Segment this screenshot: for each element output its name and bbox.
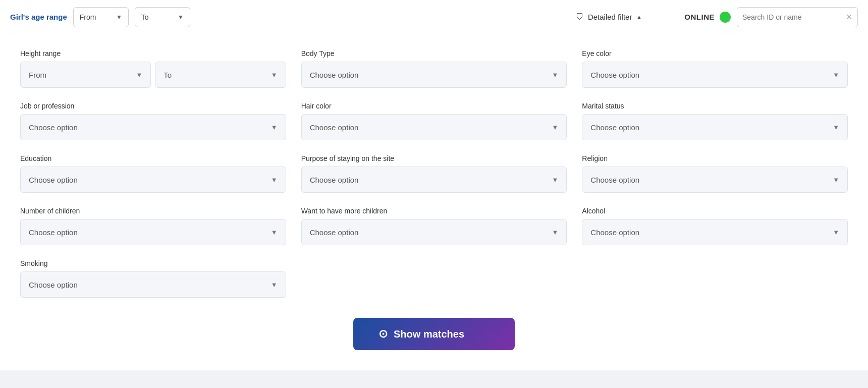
education-label: Education: [20, 154, 286, 162]
check-circle-icon: ⊙: [378, 327, 388, 341]
number-of-children-label: Number of children: [20, 207, 286, 215]
smoking-dropdown[interactable]: Choose option ▼: [20, 271, 286, 298]
height-from-label: From: [29, 71, 46, 79]
alcohol-label: Alcohol: [582, 207, 848, 215]
height-range-group: Height range From ▼ To ▼: [20, 49, 286, 88]
smoking-label: Smoking: [20, 259, 286, 267]
marital-status-group: Marital status Choose option ▼: [582, 102, 848, 140]
job-profession-chevron-icon: ▼: [271, 124, 278, 131]
online-label: ONLINE: [684, 13, 715, 21]
job-profession-placeholder: Choose option: [29, 123, 78, 132]
detailed-filter-label: Detailed filter: [588, 13, 632, 21]
education-chevron-icon: ▼: [271, 176, 278, 184]
more-children-chevron-icon: ▼: [552, 229, 558, 236]
job-profession-label: Job or profession: [20, 102, 286, 110]
online-toggle[interactable]: [720, 12, 731, 23]
height-to-chevron-icon: ▼: [271, 71, 278, 79]
hair-color-placeholder: Choose option: [310, 123, 359, 132]
hair-color-dropdown[interactable]: Choose option ▼: [301, 114, 567, 140]
hair-color-label: Hair color: [301, 102, 567, 110]
alcohol-dropdown[interactable]: Choose option ▼: [582, 219, 848, 245]
age-to-label: To: [141, 13, 149, 21]
number-of-children-group: Number of children Choose option ▼: [20, 207, 286, 245]
age-to-chevron-icon: ▼: [178, 14, 184, 21]
show-matches-label: Show matches: [394, 328, 464, 340]
age-from-label: From: [80, 13, 96, 21]
filter-panel: Height range From ▼ To ▼ Body Type Choos…: [0, 34, 868, 370]
body-type-label: Body Type: [301, 49, 567, 58]
top-bar: Girl's age range From ▼ To ▼ ⛉ Detailed …: [0, 0, 868, 34]
number-of-children-placeholder: Choose option: [29, 228, 78, 237]
age-from-chevron-icon: ▼: [116, 14, 122, 21]
more-children-label: Want to have more children: [301, 207, 567, 215]
height-to-label: To: [164, 71, 172, 79]
marital-status-dropdown[interactable]: Choose option ▼: [582, 114, 848, 140]
height-to-dropdown[interactable]: To ▼: [155, 62, 286, 88]
show-matches-button[interactable]: ⊙ Show matches: [353, 318, 515, 350]
purpose-group: Purpose of staying on the site Choose op…: [301, 154, 567, 193]
eye-color-chevron-icon: ▼: [833, 71, 839, 79]
job-profession-group: Job or profession Choose option ▼: [20, 102, 286, 140]
eye-color-placeholder: Choose option: [590, 71, 639, 79]
body-type-chevron-icon: ▼: [552, 71, 558, 79]
alcohol-chevron-icon: ▼: [833, 229, 839, 236]
age-to-dropdown[interactable]: To ▼: [135, 7, 190, 27]
job-profession-dropdown[interactable]: Choose option ▼: [20, 114, 286, 140]
filter-grid: Height range From ▼ To ▼ Body Type Choos…: [20, 49, 848, 298]
more-children-group: Want to have more children Choose option…: [301, 207, 567, 245]
body-type-placeholder: Choose option: [310, 71, 359, 79]
religion-placeholder: Choose option: [590, 176, 639, 184]
eye-color-dropdown[interactable]: Choose option ▼: [582, 62, 848, 88]
education-placeholder: Choose option: [29, 176, 78, 184]
more-children-placeholder: Choose option: [310, 228, 359, 237]
education-dropdown[interactable]: Choose option ▼: [20, 167, 286, 193]
marital-status-chevron-icon: ▼: [833, 124, 839, 131]
height-range-row: From ▼ To ▼: [20, 62, 286, 88]
alcohol-group: Alcohol Choose option ▼: [582, 207, 848, 245]
religion-label: Religion: [582, 154, 848, 162]
purpose-label: Purpose of staying on the site: [301, 154, 567, 162]
height-range-label: Height range: [20, 49, 286, 58]
smoking-placeholder: Choose option: [29, 281, 78, 289]
filter-icon: ⛉: [576, 13, 584, 22]
education-group: Education Choose option ▼: [20, 154, 286, 193]
religion-chevron-icon: ▼: [833, 176, 839, 184]
marital-status-placeholder: Choose option: [590, 123, 639, 132]
detailed-filter-chevron-icon: ▲: [636, 14, 642, 21]
smoking-chevron-icon: ▼: [271, 281, 278, 289]
eye-color-group: Eye color Choose option ▼: [582, 49, 848, 88]
height-from-dropdown[interactable]: From ▼: [20, 62, 151, 88]
online-section: ONLINE: [684, 12, 731, 23]
search-input[interactable]: [742, 13, 846, 21]
show-matches-wrap: ⊙ Show matches: [20, 318, 848, 350]
purpose-dropdown[interactable]: Choose option ▼: [301, 167, 567, 193]
detailed-filter-button[interactable]: ⛉ Detailed filter ▲: [570, 9, 648, 26]
number-of-children-chevron-icon: ▼: [271, 229, 278, 236]
close-icon[interactable]: ✕: [846, 12, 852, 22]
marital-status-label: Marital status: [582, 102, 848, 110]
search-box[interactable]: ✕: [737, 7, 858, 27]
number-of-children-dropdown[interactable]: Choose option ▼: [20, 219, 286, 245]
age-range-label: Girl's age range: [10, 13, 67, 21]
smoking-group: Smoking Choose option ▼: [20, 259, 286, 298]
age-from-dropdown[interactable]: From ▼: [73, 7, 129, 27]
body-type-dropdown[interactable]: Choose option ▼: [301, 62, 567, 88]
hair-color-group: Hair color Choose option ▼: [301, 102, 567, 140]
height-from-chevron-icon: ▼: [136, 71, 142, 79]
purpose-chevron-icon: ▼: [552, 176, 558, 184]
more-children-dropdown[interactable]: Choose option ▼: [301, 219, 567, 245]
eye-color-label: Eye color: [582, 49, 848, 58]
purpose-placeholder: Choose option: [310, 176, 359, 184]
hair-color-chevron-icon: ▼: [552, 124, 558, 131]
body-type-group: Body Type Choose option ▼: [301, 49, 567, 88]
religion-dropdown[interactable]: Choose option ▼: [582, 167, 848, 193]
religion-group: Religion Choose option ▼: [582, 154, 848, 193]
alcohol-placeholder: Choose option: [590, 228, 639, 237]
